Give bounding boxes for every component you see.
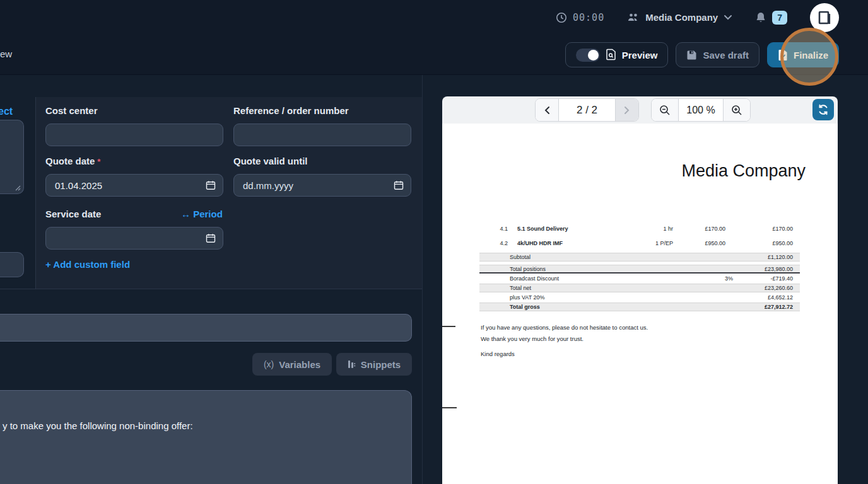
- page-title-fragment: ew: [0, 49, 12, 59]
- divider: [35, 97, 36, 289]
- refresh-preview-button[interactable]: [812, 99, 834, 120]
- previous-page-button[interactable]: [536, 99, 558, 121]
- preview-toggle-button[interactable]: Preview: [565, 42, 669, 67]
- item-unit-price: £950.00: [673, 240, 725, 246]
- summary-row: Subtotal £1,120.00: [479, 253, 800, 262]
- snippets-icon: [348, 360, 356, 369]
- quote-valid-until-input[interactable]: [233, 174, 411, 197]
- notifications[interactable]: 7: [755, 11, 787, 25]
- preview-toggle[interactable]: [576, 49, 600, 62]
- zoom-controls: 100 %: [651, 98, 751, 122]
- item-qty: 1 P/EP: [616, 240, 673, 246]
- intro-textarea[interactable]: y to make you the following non-binding …: [0, 390, 412, 484]
- notification-count-badge: 7: [772, 11, 787, 25]
- company-name: Media Company: [645, 12, 718, 23]
- item-total: £950.00: [725, 240, 793, 246]
- cost-center-label: Cost center: [45, 105, 98, 116]
- finalize-label: Finalize: [794, 50, 828, 60]
- quote-date-input[interactable]: [45, 174, 223, 197]
- select-link[interactable]: Select: [0, 106, 13, 117]
- resize-handle-icon[interactable]: [15, 185, 21, 191]
- page-indicator: 2 / 2: [558, 99, 616, 121]
- item-pos: 4.1: [479, 226, 508, 232]
- team-icon: [627, 12, 640, 23]
- save-icon: [686, 50, 697, 60]
- service-date-input[interactable]: [45, 227, 223, 250]
- pdf-preview-panel: 2 / 2 100 %: [442, 96, 838, 484]
- save-draft-button[interactable]: Save draft: [676, 42, 760, 67]
- intro-text-fragment: y to make you the following non-binding …: [3, 420, 193, 431]
- avatar[interactable]: [810, 3, 839, 32]
- zoom-out-icon[interactable]: [652, 99, 678, 121]
- save-draft-label: Save draft: [703, 50, 749, 60]
- summary-row: Total net £23,260.60: [479, 284, 800, 292]
- zoom-in-icon[interactable]: [724, 99, 750, 121]
- summary-rate: 3%: [657, 275, 733, 282]
- service-date-label: Service date: [45, 209, 101, 219]
- zoom-level: 100 %: [678, 99, 724, 121]
- reference-input[interactable]: [233, 124, 411, 146]
- footer-line: If you have any questions, please do not…: [481, 322, 648, 333]
- summary-label: Total net: [479, 285, 657, 291]
- pdf-page: Media Company 4.1 5.1 Sound Delivery 1 h…: [442, 124, 838, 484]
- summary-label: Boradcast Discount: [479, 275, 657, 282]
- fold-mark: [442, 326, 455, 327]
- footer-line: We thank you very much for your trust.: [481, 333, 648, 345]
- clipped-textarea[interactable]: [0, 120, 24, 194]
- variables-icon: (x): [264, 359, 274, 369]
- finalize-doc-check-icon: [778, 49, 788, 61]
- reference-label: Reference / order number: [233, 105, 349, 116]
- variables-button[interactable]: (x) Variables: [252, 353, 332, 376]
- text-input[interactable]: [0, 314, 412, 342]
- bell-icon: [755, 11, 766, 24]
- summary-amount: £23,980.00: [733, 266, 793, 272]
- snippets-label: Snippets: [361, 359, 401, 370]
- company-switcher[interactable]: Media Company: [627, 12, 732, 23]
- quote-date-label: Quote date*: [45, 156, 100, 166]
- summary-label: plus VAT 20%: [479, 294, 657, 301]
- document-footer: If you have any questions, please do not…: [481, 322, 648, 360]
- summary-amount: £23,260.60: [733, 285, 793, 291]
- add-custom-field-link[interactable]: + Add custom field: [45, 259, 130, 270]
- preview-label: Preview: [622, 50, 658, 60]
- table-row: 4.1 5.1 Sound Delivery 1 hr £170.00 £170…: [479, 221, 800, 236]
- divider: [422, 75, 423, 484]
- clock-icon: [556, 12, 567, 23]
- summary-row: Boradcast Discount 3% -£719.40: [479, 274, 800, 284]
- next-page-button[interactable]: [616, 99, 638, 121]
- actionbar: ew Preview Save draft: [0, 35, 868, 75]
- summary-amount: £4,652.12: [733, 294, 793, 301]
- period-link[interactable]: ↔ Period: [181, 209, 223, 219]
- timer-value: 00:00: [573, 12, 604, 23]
- summary-row: Total positions £23,980.00: [479, 265, 800, 274]
- variables-label: Variables: [279, 359, 320, 370]
- required-mark: *: [97, 157, 100, 166]
- preview-file-icon: [606, 49, 616, 61]
- timer: 00:00: [556, 12, 604, 23]
- clipped-button[interactable]: [0, 252, 24, 277]
- summary-row: Total gross £27,912.72: [479, 302, 800, 311]
- chevron-down-icon: [724, 14, 732, 20]
- table-row: 4.2 4k/UHD HDR IMF 1 P/EP £950.00 £950.0…: [479, 236, 800, 250]
- main-content: Select Cost center Reference / order num…: [0, 75, 868, 484]
- summary-amount: £27,912.72: [733, 304, 793, 310]
- snippets-button[interactable]: Snippets: [336, 353, 412, 376]
- cost-center-input[interactable]: [45, 124, 223, 146]
- page-navigation: 2 / 2: [535, 98, 639, 122]
- item-total: £170.00: [725, 226, 793, 232]
- item-name: 4k/UHD HDR IMF: [508, 240, 616, 246]
- summary-label: Total positions: [479, 266, 657, 272]
- pdf-toolbar: 2 / 2 100 %: [442, 96, 838, 124]
- item-pos: 4.2: [479, 240, 508, 246]
- fold-mark: [442, 407, 457, 408]
- summary-amount: £1,120.00: [733, 254, 793, 260]
- footer-line: Kind regards: [481, 349, 648, 360]
- summary-label: Total gross: [479, 304, 657, 310]
- summary-label: Subtotal: [479, 254, 657, 260]
- document-company-title: Media Company: [681, 161, 806, 181]
- invoice-table: 4.1 5.1 Sound Delivery 1 hr £170.00 £170…: [479, 221, 800, 311]
- divider: [0, 289, 422, 289]
- finalize-button[interactable]: Finalize: [767, 42, 839, 67]
- summary-amount: -£719.40: [733, 275, 793, 282]
- item-qty: 1 hr: [616, 226, 673, 232]
